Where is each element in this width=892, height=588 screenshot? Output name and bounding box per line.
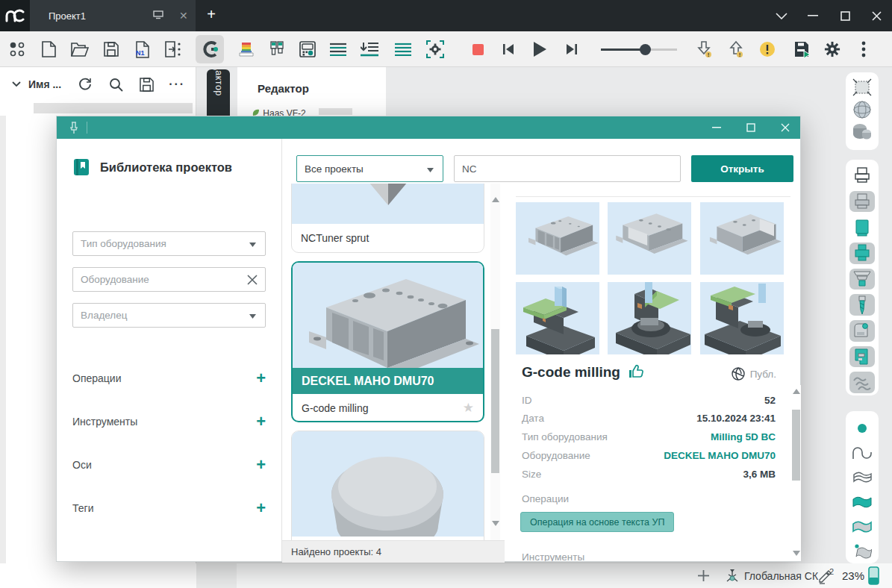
dialog-maximize-button[interactable] [736,116,766,139]
tab-window-icon[interactable] [153,10,163,19]
more-options-button[interactable] [849,35,878,63]
point-icon[interactable] [849,418,875,438]
editor-vertical-tab[interactable]: Редактор [207,69,230,116]
surface-gray-teal-icon[interactable] [849,516,875,537]
library-icon [72,157,91,177]
window-maximize-button[interactable] [829,0,861,31]
workpiece-gray-icon[interactable] [849,191,875,213]
export-file-button[interactable] [159,35,187,63]
layout-grid-button[interactable] [3,35,31,63]
insert-lines-button[interactable] [355,35,384,63]
owner-filter[interactable]: Владелец [72,303,266,328]
tab-close-icon[interactable]: ✕ [179,10,188,22]
settings-gear-button[interactable] [818,35,846,63]
download-button[interactable]: ! [690,35,719,63]
add-tag-filter-button[interactable]: + [256,498,266,518]
dialog-title-bar[interactable] [57,116,800,139]
simulation-settings-button[interactable] [421,35,449,63]
nc-program-button[interactable]: N1 [128,35,156,63]
hatch-icon[interactable] [849,372,875,393]
left-scroll-gutter[interactable] [0,116,6,588]
skip-end-button[interactable] [558,35,586,63]
project-card-machine: DECKEL MAHO DMU70 [302,375,434,388]
sphere-icon[interactable] [852,100,872,119]
csys-label[interactable]: Глобальная СК [744,563,818,588]
stock-cylinder-icon[interactable] [852,122,873,140]
flag-point-icon[interactable] [849,541,875,561]
upload-button[interactable]: ! [722,35,750,63]
section-operations: Операции+ [72,369,266,388]
edit-count-icon[interactable]: 2 [817,563,837,588]
project-card[interactable]: NCTuner sprut [291,184,484,253]
surface-outline-icon[interactable] [849,467,875,487]
drill-icon[interactable] [849,294,875,316]
projects-filter-dropdown[interactable]: Все проекты [296,155,443,182]
project-library-dialog: Библиотека проектов Тип оборудования Обо… [56,116,801,562]
stepped-part-icon[interactable] [849,269,875,290]
dialog-minimize-button[interactable] [702,116,732,139]
teal-lines-button[interactable] [389,35,417,63]
machine-a-icon[interactable] [849,320,875,342]
detail-thumbnail[interactable] [608,202,691,275]
workplane-icon[interactable] [852,78,873,97]
add-operation-filter-button[interactable]: + [256,369,266,388]
teal-part-icon[interactable] [849,243,875,264]
play-button[interactable] [525,35,554,63]
tree-collapse-chevron[interactable] [12,81,21,87]
favorite-star-icon[interactable]: ★ [463,400,474,416]
project-card-selected[interactable]: DECKEL MAHO DMU70 G-code milling ★ [291,261,484,422]
workpiece-outline-icon[interactable] [849,165,875,187]
detail-thumbnail[interactable] [700,202,784,275]
speed-slider[interactable] [601,49,677,51]
new-file-button[interactable] [34,35,63,63]
equipment-type-filter[interactable]: Тип оборудования [72,231,266,256]
machine-b-icon[interactable] [849,346,875,368]
magnet-tool-button[interactable] [196,35,224,63]
project-list: NCTuner sprut DECKEL [282,184,505,540]
gcode-lines-button[interactable] [324,35,352,63]
open-file-button[interactable] [66,35,94,63]
project-list-scrollbar[interactable] [490,184,500,540]
equipment-filter[interactable]: Оборудование [72,267,266,292]
new-tab-button[interactable]: + [202,6,221,25]
slider-knob[interactable] [640,44,651,55]
detail-thumbnail[interactable] [608,282,691,354]
surface-teal-icon[interactable] [849,492,875,512]
teal-cylinder-icon[interactable] [849,216,875,238]
window-close-button[interactable] [861,0,892,31]
window-menu-chevron[interactable] [766,0,797,31]
project-tab[interactable]: Проект1 ✕ [30,0,196,31]
pin-icon[interactable] [69,121,79,134]
operations-section-label: Операции [522,493,569,504]
status-add-button[interactable] [697,563,710,588]
tree-selected-row[interactable] [34,103,193,113]
warning-button[interactable] [753,35,782,63]
save-run-button[interactable] [788,35,817,63]
curve-icon[interactable] [849,442,875,463]
app-logo [0,0,30,31]
tree-more-icon[interactable]: ··· [169,78,185,91]
part-3d-button[interactable] [232,35,261,63]
open-button[interactable]: Открыть [691,155,793,182]
project-card[interactable] [291,431,484,540]
details-scrollbar[interactable] [791,385,801,561]
operation-chip[interactable]: Операция на основе текста УП [520,512,674,532]
save-tree-icon[interactable] [140,78,154,92]
save-button[interactable] [97,35,125,63]
detail-thumbnail[interactable] [700,282,784,354]
add-tool-filter-button[interactable]: + [256,412,266,431]
refresh-icon[interactable] [78,77,93,92]
detail-thumbnail[interactable] [516,282,599,354]
csys-icon[interactable] [724,563,740,588]
stop-button[interactable] [464,35,492,63]
skip-start-button[interactable] [494,35,523,63]
window-minimize-button[interactable] [797,0,829,31]
detail-thumbnail[interactable] [516,202,599,275]
search-icon[interactable] [109,78,123,92]
add-axis-filter-button[interactable]: + [256,455,266,475]
control-panel-button[interactable] [293,35,322,63]
tools-button[interactable] [263,35,291,63]
search-input[interactable]: NC [454,155,681,182]
dialog-close-button[interactable] [770,116,800,139]
zoom-level[interactable]: 23% [842,563,864,588]
